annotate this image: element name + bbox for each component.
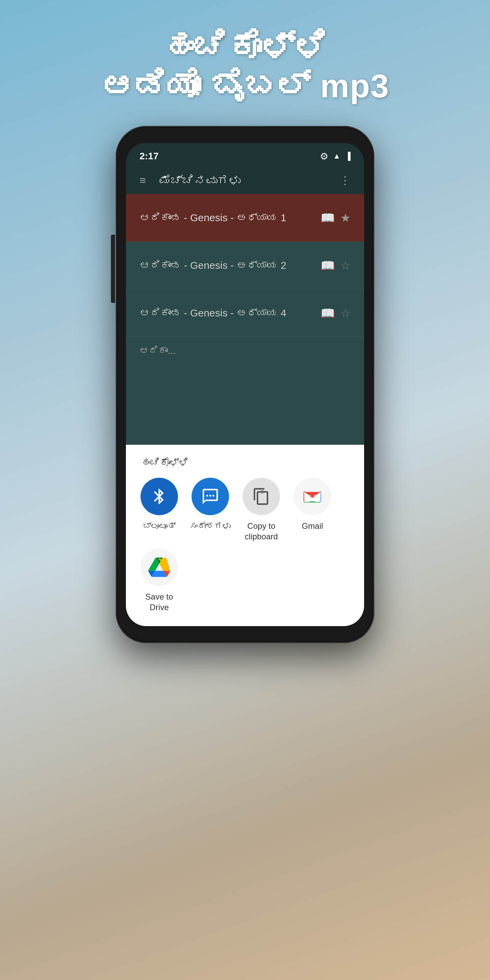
- messages-label: ಸಂದೇಶಗಳು: [190, 520, 231, 531]
- toolbar-title: ಮೆಚ್ಚಿನವುಗಳು: [159, 174, 340, 187]
- book-icon: 📖: [321, 306, 335, 320]
- list-item-text: ಆದಿಕಾಂಡ - Genesis - ಅಧ್ಯಾಯ 4: [140, 306, 321, 320]
- partial-item-text: ಆದಿಕಾಂ...: [140, 345, 176, 356]
- list-item[interactable]: ಆದಿಕಾಂಡ - Genesis - ಅಧ್ಯಾಯ 4 📖 ☆: [126, 289, 364, 337]
- star-icon: ★: [340, 211, 350, 224]
- share-sheet: ಹಂಚಿಕೊಳ್ಳಿ ಬ್ಲೂಟೂತ್: [126, 445, 364, 627]
- list-container: ಆದಿಕಾಂಡ - Genesis - ಅಧ್ಯಾಯ 1 📖 ★ ಆದಿಕಾಂಡ…: [126, 194, 364, 626]
- bluetooth-label: ಬ್ಲೂಟೂತ್: [143, 520, 176, 531]
- svg-point-2: [212, 495, 214, 496]
- svg-point-1: [209, 495, 211, 496]
- share-item-messages[interactable]: ಸಂದೇಶಗಳು: [186, 478, 234, 531]
- settings-icon: ⚙: [320, 151, 328, 162]
- list-item-text: ಆದಿಕಾಂಡ - Genesis - ಅಧ್ಯಾಯ 1: [140, 211, 321, 225]
- star-icon: ☆: [340, 259, 350, 272]
- svg-point-0: [206, 495, 208, 496]
- share-sheet-title: ಹಂಚಿಕೊಳ್ಳಿ: [126, 457, 364, 478]
- share-item-clipboard[interactable]: Copy to clipboard: [237, 478, 285, 542]
- gmail-label: Gmail: [302, 520, 323, 531]
- signal-icon: ▲: [333, 152, 340, 161]
- book-icon: 📖: [321, 259, 335, 272]
- battery-icon: ▐: [345, 152, 350, 161]
- status-bar: 2:17 ⚙ ▲ ▐: [126, 143, 364, 167]
- svg-rect-3: [261, 490, 264, 493]
- clipboard-label: Copy to clipboard: [237, 520, 285, 542]
- phone-container: 2:17 ⚙ ▲ ▐ ≡ ಮೆಚ್ಚಿನವುಗಳು ⋮ ಆದಿಕಾಂಡ - Ge…: [116, 126, 374, 643]
- book-icon: 📖: [321, 211, 335, 224]
- list-item-text: ಆದಿಕಾಂಡ - Genesis - ಅಧ್ಯಾಯ 2: [140, 258, 321, 272]
- page-title: ಹಂಚಿಕೊಳ್ಳಿ ಆಡಿಯೋ ಬೈಬಲ್ mp3: [73, 27, 417, 105]
- app-toolbar: ≡ ಮೆಚ್ಚಿನವುಗಳು ⋮: [126, 167, 364, 194]
- more-icon[interactable]: ⋮: [340, 174, 350, 187]
- share-item-gmail[interactable]: Gmail: [288, 478, 336, 531]
- share-item-bluetooth[interactable]: ಬ್ಲೂಟೂತ್: [135, 478, 183, 531]
- menu-icon[interactable]: ≡: [140, 174, 146, 187]
- status-time: 2:17: [140, 151, 159, 162]
- list-item[interactable]: ಆದಿಕಾಂಡ - Genesis - ಅಧ್ಯಾಯ 2 📖 ☆: [126, 242, 364, 289]
- phone-screen: 2:17 ⚙ ▲ ▐ ≡ ಮೆಚ್ಚಿನವುಗಳು ⋮ ಆದಿಕಾಂಡ - Ge…: [126, 143, 364, 626]
- share-item-drive[interactable]: Save to Drive: [135, 549, 183, 612]
- list-item[interactable]: ಆದಿಕಾಂಡ - Genesis - ಅಧ್ಯಾಯ 1 📖 ★: [126, 194, 364, 242]
- partial-list-item: ಆದಿಕಾಂ...: [126, 337, 364, 364]
- star-icon: ☆: [340, 306, 350, 320]
- drive-label: Save to Drive: [135, 592, 183, 612]
